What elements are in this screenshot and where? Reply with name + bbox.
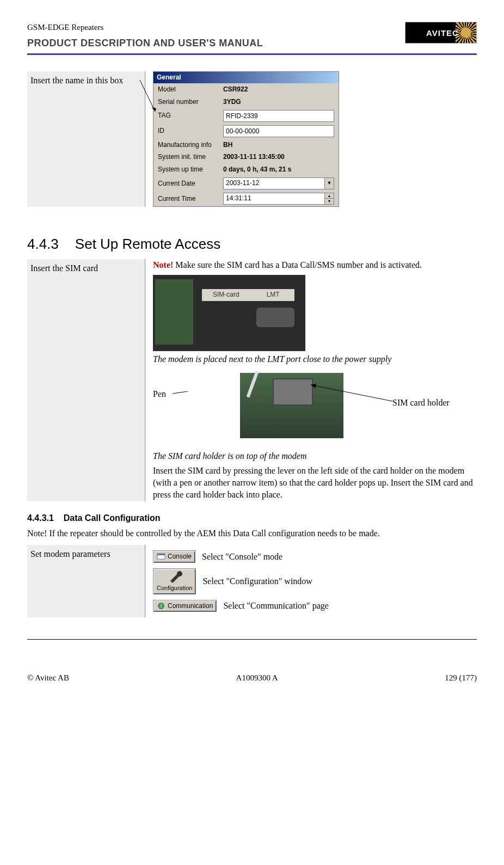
sim-instruction: Insert the SIM card by pressing the leve… bbox=[153, 465, 477, 501]
console-icon bbox=[157, 553, 165, 561]
modem-photo: SIM-card LMT bbox=[153, 275, 305, 351]
circuit-board-graphic bbox=[155, 279, 193, 345]
side-note-insert-name: Insert the name in this box bbox=[27, 71, 145, 207]
manuf-label: Manufactoring info bbox=[158, 140, 223, 150]
pen-graphic bbox=[247, 371, 259, 398]
chevron-up-icon[interactable]: ▲ bbox=[325, 193, 334, 199]
row-tag: TAG bbox=[153, 108, 339, 124]
tag-input[interactable] bbox=[223, 110, 334, 122]
insert-sim-row: Insert the SIM card Note! Make sure the … bbox=[27, 259, 477, 501]
init-value: 2003-11-11 13:45:00 bbox=[223, 152, 285, 162]
page-header: GSM-EDGE Repeaters PRODUCT DESCRIPTION A… bbox=[27, 22, 477, 50]
side-note-insert-sim: Insert the SIM card bbox=[27, 259, 145, 501]
header-left: GSM-EDGE Repeaters PRODUCT DESCRIPTION A… bbox=[27, 22, 405, 50]
curdate-value: 2003-11-12 bbox=[224, 178, 324, 189]
footer-docno: A1009300 A bbox=[236, 672, 278, 684]
id-input[interactable] bbox=[223, 125, 334, 137]
insert-sim-main: Note! Make sure the SIM card has a Data … bbox=[145, 259, 477, 501]
section-number: 4.4.3 bbox=[27, 236, 59, 252]
row-uptime: System up time 0 days, 0 h, 43 m, 21 s bbox=[153, 163, 339, 176]
section-heading-remote-access: 4.4.3Set Up Remote Access bbox=[27, 234, 477, 254]
logo-text: AVITEC bbox=[423, 27, 459, 39]
data-call-note: Note! If the repeater should be controll… bbox=[27, 527, 477, 539]
subsection-heading-data-call: 4.4.3.1 Data Call Configuration bbox=[27, 512, 477, 524]
insert-name-main: General Model CSR922 Serial number 3YDG … bbox=[145, 71, 477, 207]
curtime-value: 14:31:11 bbox=[224, 193, 324, 204]
curdate-label: Current Date bbox=[158, 179, 223, 188]
row-init: System init. time 2003-11-11 13:45:00 bbox=[153, 151, 339, 163]
configuration-button-label: Configuration bbox=[157, 584, 192, 592]
serial-value: 3YDG bbox=[223, 97, 241, 107]
communication-button-label: Communication bbox=[168, 602, 213, 611]
note-prefix: Note! bbox=[153, 260, 173, 269]
row-model: Model CSR922 bbox=[153, 83, 339, 96]
svg-marker-5 bbox=[311, 384, 316, 388]
tag-label: TAG bbox=[158, 111, 223, 120]
footer-divider bbox=[27, 639, 477, 640]
connector-graphic bbox=[256, 308, 294, 327]
general-panel: General Model CSR922 Serial number 3YDG … bbox=[153, 71, 339, 207]
spinner-buttons[interactable]: ▲▼ bbox=[324, 193, 334, 204]
modem-caption: The modem is placed next to the LMT port… bbox=[153, 353, 477, 365]
row-manuf: Manufactoring info BH bbox=[153, 139, 339, 151]
panel-title: General bbox=[153, 72, 339, 83]
chevron-down-icon[interactable]: ▼ bbox=[325, 199, 334, 204]
wrench-icon bbox=[167, 571, 182, 584]
configuration-description: Select "Configuration" window bbox=[202, 575, 312, 587]
row-current-date: Current Date 2003-11-12 ▼ bbox=[153, 176, 339, 191]
console-button[interactable]: Console bbox=[153, 550, 195, 563]
communication-button[interactable]: Communication bbox=[153, 600, 217, 612]
communication-description: Select "Communication" page bbox=[223, 600, 328, 612]
subsection-number: 4.4.3.1 bbox=[27, 513, 54, 523]
manual-title: PRODUCT DESCRIPTION AND USER'S MANUAL bbox=[27, 36, 405, 50]
model-value: CSR922 bbox=[223, 85, 248, 94]
row-current-time: Current Time 14:31:11 ▲▼ bbox=[153, 191, 339, 206]
holder-label: SIM card holder bbox=[392, 397, 450, 409]
configuration-line: Configuration Select "Configuration" win… bbox=[153, 568, 477, 594]
subsection-title: Data Call Configuration bbox=[64, 513, 161, 523]
configuration-button[interactable]: Configuration bbox=[153, 568, 196, 594]
note-text: Make sure the SIM card has a Data Call/S… bbox=[173, 260, 422, 269]
pen-arrow bbox=[173, 391, 249, 402]
section-title: Set Up Remote Access bbox=[75, 236, 220, 252]
product-line: GSM-EDGE Repeaters bbox=[27, 22, 405, 33]
row-id: ID bbox=[153, 124, 339, 139]
serial-label: Serial number bbox=[158, 97, 223, 107]
pen-label: Pen bbox=[153, 388, 166, 400]
lmt-label: LMT bbox=[267, 290, 280, 299]
photo-label-strip: SIM-card LMT bbox=[202, 289, 294, 301]
svg-line-0 bbox=[140, 80, 155, 112]
chevron-down-icon[interactable]: ▼ bbox=[324, 178, 334, 189]
globe-icon bbox=[157, 602, 165, 610]
footer-copyright: © Avitec AB bbox=[27, 672, 69, 684]
row-serial: Serial number 3YDG bbox=[153, 96, 339, 108]
company-logo: AVITEC bbox=[405, 22, 477, 44]
uptime-label: System up time bbox=[158, 165, 223, 174]
sim-card-label: SIM-card bbox=[213, 290, 239, 299]
init-label: System init. time bbox=[158, 152, 223, 162]
svg-rect-7 bbox=[157, 554, 165, 555]
svg-marker-1 bbox=[152, 107, 156, 112]
curtime-label: Current Time bbox=[158, 194, 223, 204]
sim-holder-diagram: Pen SIM card holder bbox=[153, 373, 477, 449]
side-note-set-modem: Set modem parameters bbox=[27, 545, 145, 617]
holder-arrow bbox=[311, 385, 398, 407]
uptime-value: 0 days, 0 h, 43 m, 21 s bbox=[223, 165, 291, 174]
communication-line: Communication Select "Communication" pag… bbox=[153, 600, 477, 612]
page-footer: © Avitec AB A1009300 A 129 (177) bbox=[27, 672, 477, 684]
svg-line-2 bbox=[173, 391, 248, 394]
sim-note-line: Note! Make sure the SIM card has a Data … bbox=[153, 259, 477, 271]
footer-page: 129 (177) bbox=[445, 672, 477, 684]
insert-name-row: Insert the name in this box General Mode… bbox=[27, 71, 477, 207]
current-date-dropdown[interactable]: 2003-11-12 ▼ bbox=[223, 177, 334, 189]
holder-graphic bbox=[273, 378, 313, 406]
set-modem-main: Console Select "Console" mode Configurat… bbox=[145, 545, 477, 617]
console-line: Console Select "Console" mode bbox=[153, 550, 477, 563]
id-label: ID bbox=[158, 126, 223, 136]
current-time-spinner[interactable]: 14:31:11 ▲▼ bbox=[223, 193, 334, 205]
pointer-arrow bbox=[140, 80, 156, 113]
manuf-value: BH bbox=[223, 140, 232, 150]
svg-line-4 bbox=[311, 385, 392, 401]
header-divider bbox=[27, 53, 477, 55]
holder-caption: The SIM card holder is on top of the mod… bbox=[153, 450, 477, 462]
